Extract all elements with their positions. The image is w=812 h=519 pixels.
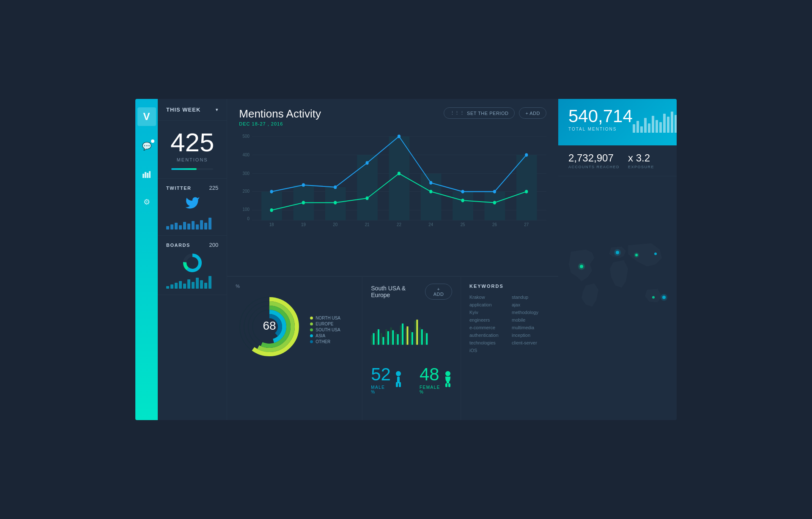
period-selector[interactable]: THIS WEEK ▾ <box>158 99 227 121</box>
boards-bar-7 <box>192 282 195 289</box>
spark-bar-12 <box>675 115 677 133</box>
twitter-icon <box>166 195 218 214</box>
region-add-button[interactable]: + ADD <box>425 284 452 300</box>
add-chart-button[interactable]: + ADD <box>519 107 546 119</box>
accounts-reached-label: ACCOUNTS REACHED <box>568 165 620 169</box>
female-stat: 48 FEMALE % <box>420 366 452 394</box>
female-icon <box>444 370 452 390</box>
svg-text:100: 100 <box>243 207 250 212</box>
svg-rect-67 <box>376 331 378 345</box>
twitter-bar-8 <box>196 224 199 229</box>
spark-bar-3 <box>640 126 643 133</box>
twitter-bar-4 <box>179 225 182 229</box>
keyword-client-server[interactable]: client-server <box>512 340 550 345</box>
svg-rect-26 <box>485 191 505 220</box>
spark-bar-1 <box>633 124 635 133</box>
world-map-container <box>558 176 677 420</box>
svg-point-41 <box>398 172 401 175</box>
region-header: South USA & Europe + ADD <box>371 284 452 300</box>
left-panel: THIS WEEK ▾ 425 MENTIONS TWITTER 225 <box>158 99 227 420</box>
svg-text:26: 26 <box>492 221 497 227</box>
legend-dot-north-usa <box>310 317 313 320</box>
mentions-activity-panel: Mentions Activity DEC 18-27 , 2016 ⋮⋮⋮ S… <box>227 99 558 276</box>
svg-rect-23 <box>389 137 410 221</box>
keyword-multimedia[interactable]: multimedia <box>512 325 550 330</box>
accounts-reached-stat: 2,732,907 ACCOUNTS REACHED <box>568 152 620 169</box>
svg-rect-1 <box>145 172 146 178</box>
keyword-ajax[interactable]: ajax <box>512 302 550 307</box>
keyword-authentication[interactable]: authentication <box>469 333 508 338</box>
exposure-label: EXPOSURE <box>628 165 654 169</box>
svg-point-35 <box>493 190 496 193</box>
svg-rect-87 <box>424 331 426 345</box>
svg-text:18: 18 <box>269 221 274 227</box>
svg-point-36 <box>525 153 528 156</box>
boards-bar-10 <box>204 283 207 289</box>
keyword-mobile[interactable]: mobile <box>512 317 550 322</box>
legend-dot-europe <box>310 322 313 325</box>
keyword-inception[interactable]: inception <box>512 333 550 338</box>
mentions-count: 425 <box>170 129 214 156</box>
svg-point-33 <box>429 181 432 184</box>
boards-bar-3 <box>175 283 178 289</box>
total-mentions-number: 540,714 <box>568 107 633 125</box>
keywords-title: KEYWORDS <box>469 284 550 289</box>
total-mentions-info: 540,714 TOTAL MENTIONS <box>568 107 633 131</box>
svg-text:19: 19 <box>301 221 306 227</box>
svg-text:500: 500 <box>243 133 250 139</box>
dashboard: V 💬 ⚙ THIS WEEK ▾ 425 MENTIONS <box>135 99 677 420</box>
svg-point-106 <box>661 294 667 301</box>
svg-rect-75 <box>395 332 397 345</box>
svg-rect-0 <box>143 174 144 178</box>
keyword-ecommerce[interactable]: e-commerce <box>469 325 508 330</box>
keyword-application[interactable]: application <box>469 302 508 307</box>
svg-rect-66 <box>373 333 375 344</box>
svg-text:24: 24 <box>429 221 433 227</box>
svg-rect-27 <box>516 155 537 221</box>
keyword-technologies[interactable]: technologies <box>469 340 508 345</box>
twitter-bar-7 <box>192 221 195 229</box>
svg-rect-3 <box>149 171 151 178</box>
donut-chart: 68 <box>236 293 303 362</box>
boards-header: BOARDS 200 <box>166 242 218 248</box>
legend-europe: EUROPE <box>310 322 340 326</box>
sidebar-nav: V 💬 ⚙ <box>135 99 158 420</box>
set-period-button[interactable]: ⋮⋮⋮ SET THE PERIOD <box>444 107 515 119</box>
spark-bar-10 <box>667 117 669 133</box>
svg-text:20: 20 <box>333 221 338 227</box>
keyword-engineers[interactable]: engineers <box>469 317 508 322</box>
twitter-bar-10 <box>204 223 207 229</box>
twitter-bar-3 <box>175 223 178 229</box>
svg-rect-92 <box>399 382 401 387</box>
donut-title: % <box>236 284 354 289</box>
svg-point-38 <box>302 201 305 204</box>
chart-date: DEC 18-27 , 2016 <box>239 121 321 126</box>
male-label: MALE % <box>371 385 391 394</box>
keyword-kyiv[interactable]: Kyiv <box>469 310 508 315</box>
set-period-icon: ⋮⋮⋮ <box>450 110 465 116</box>
analytics-nav-icon[interactable] <box>137 167 156 182</box>
boards-bar-9 <box>200 280 203 289</box>
gender-row: 52 MALE % <box>371 366 452 394</box>
logo[interactable]: V <box>137 107 156 126</box>
keyword-ios[interactable]: iOS <box>469 348 508 353</box>
svg-point-39 <box>334 201 337 204</box>
keywords-grid: Krakow standup application ajax Kyiv met… <box>469 295 550 353</box>
messages-nav-icon[interactable]: 💬 <box>137 139 156 154</box>
accounts-reached-number: 2,732,907 <box>568 152 620 164</box>
donut-panel: % <box>227 277 362 420</box>
svg-point-98 <box>578 263 585 270</box>
keyword-standup[interactable]: standup <box>512 295 550 300</box>
progress-bar-fill <box>171 168 196 170</box>
svg-rect-68 <box>378 329 379 345</box>
svg-rect-78 <box>402 323 403 344</box>
svg-point-89 <box>396 371 401 376</box>
svg-rect-74 <box>392 330 394 344</box>
keyword-krakow[interactable]: Krakow <box>469 295 508 300</box>
svg-point-104 <box>652 296 655 299</box>
keyword-methodology[interactable]: methodology <box>512 310 550 315</box>
total-mentions-label: TOTAL MENTIONS <box>568 127 633 131</box>
settings-nav-icon[interactable]: ⚙ <box>137 194 156 210</box>
boards-bar-6 <box>187 279 190 289</box>
region-bar-chart <box>371 305 452 361</box>
